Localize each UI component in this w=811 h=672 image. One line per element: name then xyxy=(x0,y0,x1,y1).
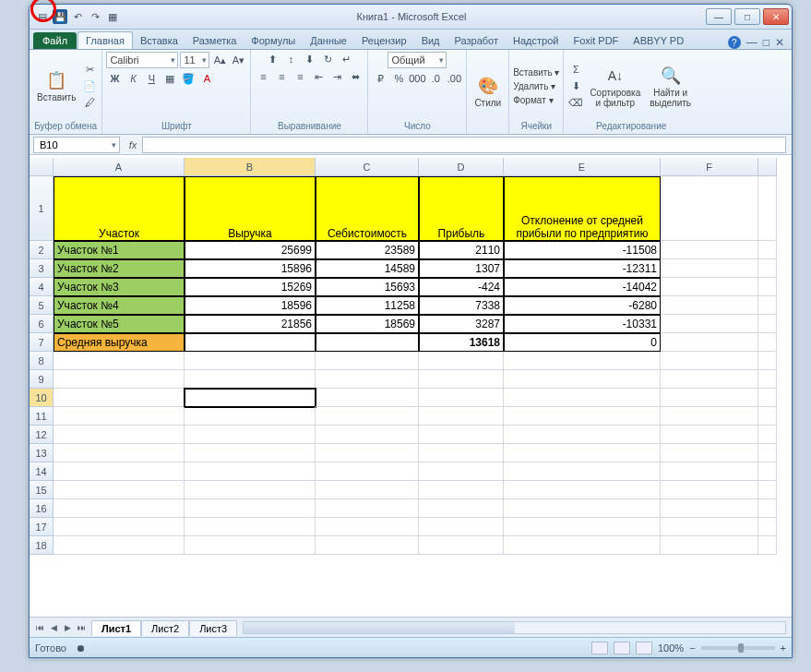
cell-D17[interactable] xyxy=(419,518,504,536)
doc-close-icon[interactable]: ✕ xyxy=(775,36,784,49)
cell-E5[interactable]: -6280 xyxy=(504,296,661,315)
cell-B4[interactable]: 15269 xyxy=(185,278,316,296)
cell-B7[interactable] xyxy=(185,333,316,352)
fill-icon[interactable]: ⬇ xyxy=(567,78,584,93)
col-header-B[interactable]: B xyxy=(185,158,316,176)
cell-D3[interactable]: 1307 xyxy=(419,259,504,278)
maximize-button[interactable]: □ xyxy=(734,8,760,25)
cell-D18[interactable] xyxy=(419,536,504,555)
sort-filter-button[interactable]: A↓ Сортировка и фильтр xyxy=(586,63,644,110)
cell-B5[interactable]: 18596 xyxy=(185,296,316,315)
zoom-out-icon[interactable]: − xyxy=(689,642,695,654)
row-header-6[interactable]: 6 xyxy=(30,315,54,333)
cell-C8[interactable] xyxy=(316,352,419,370)
bold-button[interactable]: Ж xyxy=(106,71,123,86)
percent-icon[interactable]: % xyxy=(390,71,407,86)
align-right-icon[interactable]: ≡ xyxy=(292,69,308,84)
cell-F7[interactable] xyxy=(661,333,758,352)
cell-E2[interactable]: -11508 xyxy=(504,241,661,259)
sheet-nav-last-icon[interactable]: ⏭ xyxy=(75,621,88,634)
tab-formulas[interactable]: Формулы xyxy=(244,32,303,49)
row-header-11[interactable]: 11 xyxy=(30,407,54,426)
cell-D5[interactable]: 7338 xyxy=(419,296,504,315)
cell-B17[interactable] xyxy=(185,518,316,536)
cell-C14[interactable] xyxy=(316,462,419,481)
orientation-icon[interactable]: ↻ xyxy=(319,52,336,66)
cell-F9[interactable] xyxy=(661,370,758,389)
cell-C18[interactable] xyxy=(316,536,419,555)
styles-button[interactable]: 🎨 Стили xyxy=(471,73,505,110)
close-button[interactable]: ✕ xyxy=(763,8,789,25)
cell-F13[interactable] xyxy=(661,444,758,462)
cell-B3[interactable]: 15896 xyxy=(185,259,316,278)
cell-B11[interactable] xyxy=(185,407,316,426)
cell-E13[interactable] xyxy=(504,444,661,462)
cell-A18[interactable] xyxy=(54,536,185,555)
cell-D6[interactable]: 3287 xyxy=(419,315,504,333)
cell-F4[interactable] xyxy=(661,278,758,296)
help-icon[interactable]: ? xyxy=(728,36,741,49)
cell-D16[interactable] xyxy=(419,499,504,518)
cell-D9[interactable] xyxy=(419,370,504,389)
select-all-corner[interactable] xyxy=(30,158,54,176)
col-header-D[interactable]: D xyxy=(419,158,504,176)
cell-F12[interactable] xyxy=(661,426,758,444)
cell-C5[interactable]: 11258 xyxy=(316,296,419,315)
row-header-5[interactable]: 5 xyxy=(30,296,54,315)
tab-layout[interactable]: Разметка xyxy=(185,32,244,49)
minimize-button[interactable]: — xyxy=(706,8,732,25)
horizontal-scrollbar[interactable] xyxy=(243,621,786,634)
sheet-nav-prev-icon[interactable]: ◀ xyxy=(47,621,60,634)
row-header-3[interactable]: 3 xyxy=(30,259,54,278)
cell-C17[interactable] xyxy=(316,518,419,536)
indent-inc-icon[interactable]: ⇥ xyxy=(328,69,345,84)
cell-D12[interactable] xyxy=(419,426,504,444)
align-mid-icon[interactable]: ↕ xyxy=(282,52,299,66)
view-break-icon[interactable] xyxy=(636,642,652,654)
cell-D4[interactable]: -424 xyxy=(419,278,504,296)
insert-cells-button[interactable]: Вставить ▾ xyxy=(513,67,559,78)
cell-F2[interactable] xyxy=(661,241,758,259)
header-cell-E[interactable]: Отклонение от средней прибыли по предпри… xyxy=(504,176,661,241)
cell-C10[interactable] xyxy=(316,389,419,407)
merge-icon[interactable]: ⬌ xyxy=(347,69,364,84)
cell-B13[interactable] xyxy=(185,444,316,462)
cell-C3[interactable]: 14589 xyxy=(316,259,419,278)
cell-E8[interactable] xyxy=(504,352,661,370)
row-header-18[interactable]: 18 xyxy=(30,536,54,555)
row-header-17[interactable]: 17 xyxy=(30,518,54,536)
format-painter-icon[interactable]: 🖊 xyxy=(81,95,98,110)
cell-A17[interactable] xyxy=(54,518,185,536)
cell-B16[interactable] xyxy=(185,499,316,518)
cell-A11[interactable] xyxy=(54,407,185,426)
find-select-button[interactable]: 🔍 Найти и выделить xyxy=(646,63,695,110)
italic-button[interactable]: К xyxy=(125,71,141,86)
cell-A15[interactable] xyxy=(54,481,185,499)
cell-D7[interactable]: 13618 xyxy=(419,333,504,352)
cell-A12[interactable] xyxy=(54,426,185,444)
cell-C15[interactable] xyxy=(316,481,419,499)
cell-E7[interactable]: 0 xyxy=(504,333,661,352)
cell-C16[interactable] xyxy=(316,499,419,518)
cell-E18[interactable] xyxy=(504,536,661,555)
row-header-15[interactable]: 15 xyxy=(30,481,54,499)
undo-icon[interactable]: ↶ xyxy=(70,9,85,24)
cell-D14[interactable] xyxy=(419,462,504,481)
cell-A3[interactable]: Участок №2 xyxy=(54,259,185,278)
cell-A6[interactable]: Участок №5 xyxy=(54,315,185,333)
header-cell-D[interactable]: Прибыль xyxy=(419,176,504,241)
cell-F3[interactable] xyxy=(661,259,758,278)
cell-B6[interactable]: 21856 xyxy=(185,315,316,333)
cell-E3[interactable]: -12311 xyxy=(504,259,661,278)
cell-A8[interactable] xyxy=(54,352,185,370)
cell-D15[interactable] xyxy=(419,481,504,499)
cell-F11[interactable] xyxy=(661,407,758,426)
cell-A16[interactable] xyxy=(54,499,185,518)
sheet-tab-2[interactable]: Лист2 xyxy=(141,620,189,636)
currency-icon[interactable]: ₽ xyxy=(372,71,388,86)
cell-A13[interactable] xyxy=(54,444,185,462)
align-left-icon[interactable]: ≡ xyxy=(255,69,271,84)
row-header-16[interactable]: 16 xyxy=(30,499,54,518)
row-header-9[interactable]: 9 xyxy=(30,370,54,389)
inc-dec-icon[interactable]: .0 xyxy=(427,71,444,86)
